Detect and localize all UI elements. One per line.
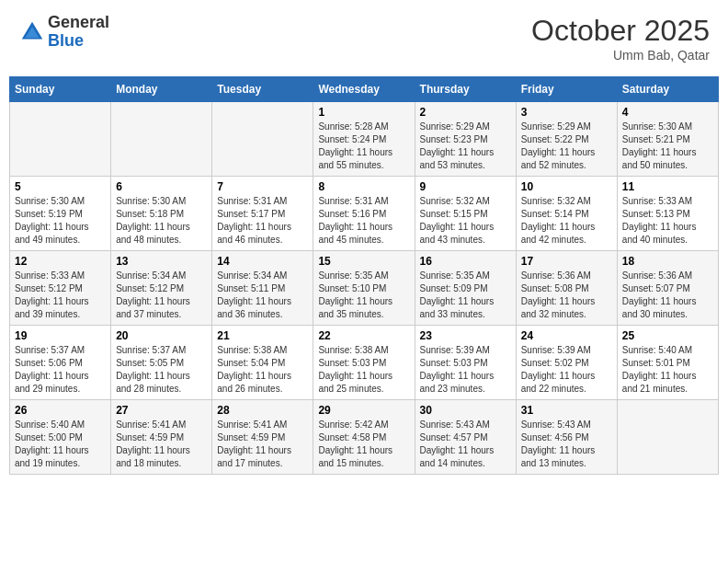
day-info: Sunrise: 5:34 AM Sunset: 5:11 PM Dayligh… xyxy=(217,270,308,321)
day-info: Sunrise: 5:41 AM Sunset: 4:59 PM Dayligh… xyxy=(217,419,308,470)
month-title: October 2025 xyxy=(531,14,710,48)
day-number: 5 xyxy=(15,180,106,193)
day-number: 23 xyxy=(420,329,511,342)
day-number: 4 xyxy=(622,106,713,119)
day-number: 15 xyxy=(318,255,409,268)
calendar-day-cell: 11Sunrise: 5:33 AM Sunset: 5:13 PM Dayli… xyxy=(617,177,718,251)
calendar-table: SundayMondayTuesdayWednesdayThursdayFrid… xyxy=(9,76,719,475)
day-number: 22 xyxy=(318,329,409,342)
calendar-day-cell: 25Sunrise: 5:40 AM Sunset: 5:01 PM Dayli… xyxy=(617,326,718,400)
calendar-day-cell: 31Sunrise: 5:43 AM Sunset: 4:56 PM Dayli… xyxy=(516,400,617,475)
calendar-day-cell: 30Sunrise: 5:43 AM Sunset: 4:57 PM Dayli… xyxy=(415,400,516,475)
day-number: 11 xyxy=(622,180,713,193)
day-number: 18 xyxy=(622,255,713,268)
calendar-week-row: 5Sunrise: 5:30 AM Sunset: 5:19 PM Daylig… xyxy=(10,177,719,251)
calendar-day-cell: 21Sunrise: 5:38 AM Sunset: 5:04 PM Dayli… xyxy=(212,326,313,400)
day-info: Sunrise: 5:38 AM Sunset: 5:04 PM Dayligh… xyxy=(217,344,308,396)
logo-general: General xyxy=(48,13,109,31)
day-info: Sunrise: 5:34 AM Sunset: 5:12 PM Dayligh… xyxy=(116,270,207,321)
calendar-day-cell: 19Sunrise: 5:37 AM Sunset: 5:06 PM Dayli… xyxy=(10,326,111,400)
day-number: 8 xyxy=(318,180,409,193)
weekday-header: Sunday xyxy=(10,77,111,102)
day-info: Sunrise: 5:30 AM Sunset: 5:21 PM Dayligh… xyxy=(622,121,713,172)
logo-blue: Blue xyxy=(48,31,84,50)
day-info: Sunrise: 5:36 AM Sunset: 5:07 PM Dayligh… xyxy=(622,270,713,321)
location-subtitle: Umm Bab, Qatar xyxy=(531,48,710,63)
day-info: Sunrise: 5:43 AM Sunset: 4:57 PM Dayligh… xyxy=(420,419,511,470)
day-info: Sunrise: 5:31 AM Sunset: 5:16 PM Dayligh… xyxy=(318,195,409,247)
day-number: 25 xyxy=(622,329,713,342)
day-number: 1 xyxy=(318,106,409,119)
calendar-header: SundayMondayTuesdayWednesdayThursdayFrid… xyxy=(10,77,719,102)
calendar-day-cell: 6Sunrise: 5:30 AM Sunset: 5:18 PM Daylig… xyxy=(111,177,212,251)
day-number: 20 xyxy=(116,329,207,342)
calendar-day-cell: 28Sunrise: 5:41 AM Sunset: 4:59 PM Dayli… xyxy=(212,400,313,475)
day-info: Sunrise: 5:29 AM Sunset: 5:23 PM Dayligh… xyxy=(420,121,511,172)
calendar-day-cell: 8Sunrise: 5:31 AM Sunset: 5:16 PM Daylig… xyxy=(313,177,415,251)
day-info: Sunrise: 5:31 AM Sunset: 5:17 PM Dayligh… xyxy=(217,195,308,247)
day-number: 31 xyxy=(521,404,612,417)
day-info: Sunrise: 5:32 AM Sunset: 5:14 PM Dayligh… xyxy=(521,195,612,247)
day-number: 27 xyxy=(116,404,207,417)
calendar-day-cell: 3Sunrise: 5:29 AM Sunset: 5:22 PM Daylig… xyxy=(516,102,617,177)
calendar-day-cell: 22Sunrise: 5:38 AM Sunset: 5:03 PM Dayli… xyxy=(313,326,415,400)
calendar-week-row: 12Sunrise: 5:33 AM Sunset: 5:12 PM Dayli… xyxy=(10,251,719,326)
day-info: Sunrise: 5:40 AM Sunset: 5:00 PM Dayligh… xyxy=(15,419,106,470)
calendar-day-cell: 2Sunrise: 5:29 AM Sunset: 5:23 PM Daylig… xyxy=(415,102,516,177)
day-info: Sunrise: 5:33 AM Sunset: 5:13 PM Dayligh… xyxy=(622,195,713,247)
calendar-day-cell xyxy=(10,102,111,177)
calendar-day-cell: 15Sunrise: 5:35 AM Sunset: 5:10 PM Dayli… xyxy=(313,251,415,326)
calendar-week-row: 19Sunrise: 5:37 AM Sunset: 5:06 PM Dayli… xyxy=(10,326,719,400)
day-info: Sunrise: 5:38 AM Sunset: 5:03 PM Dayligh… xyxy=(318,344,409,396)
day-number: 7 xyxy=(217,180,308,193)
calendar-day-cell: 17Sunrise: 5:36 AM Sunset: 5:08 PM Dayli… xyxy=(516,251,617,326)
day-number: 13 xyxy=(116,255,207,268)
day-number: 17 xyxy=(521,255,612,268)
day-info: Sunrise: 5:32 AM Sunset: 5:15 PM Dayligh… xyxy=(420,195,511,247)
calendar-day-cell: 24Sunrise: 5:39 AM Sunset: 5:02 PM Dayli… xyxy=(516,326,617,400)
day-info: Sunrise: 5:29 AM Sunset: 5:22 PM Dayligh… xyxy=(521,121,612,172)
day-info: Sunrise: 5:37 AM Sunset: 5:06 PM Dayligh… xyxy=(15,344,106,396)
weekday-header: Wednesday xyxy=(313,77,415,102)
calendar-day-cell: 18Sunrise: 5:36 AM Sunset: 5:07 PM Dayli… xyxy=(617,251,718,326)
calendar-day-cell: 10Sunrise: 5:32 AM Sunset: 5:14 PM Dayli… xyxy=(516,177,617,251)
calendar-day-cell: 27Sunrise: 5:41 AM Sunset: 4:59 PM Dayli… xyxy=(111,400,212,475)
logo-icon xyxy=(18,18,46,46)
calendar-day-cell: 14Sunrise: 5:34 AM Sunset: 5:11 PM Dayli… xyxy=(212,251,313,326)
day-number: 24 xyxy=(521,329,612,342)
calendar-day-cell xyxy=(617,400,718,475)
day-number: 2 xyxy=(420,106,511,119)
day-number: 12 xyxy=(15,255,106,268)
calendar-day-cell: 13Sunrise: 5:34 AM Sunset: 5:12 PM Dayli… xyxy=(111,251,212,326)
weekday-header: Tuesday xyxy=(212,77,313,102)
day-info: Sunrise: 5:33 AM Sunset: 5:12 PM Dayligh… xyxy=(15,270,106,321)
day-number: 29 xyxy=(318,404,409,417)
day-info: Sunrise: 5:36 AM Sunset: 5:08 PM Dayligh… xyxy=(521,270,612,321)
weekday-header: Friday xyxy=(516,77,617,102)
calendar-day-cell xyxy=(212,102,313,177)
day-number: 16 xyxy=(420,255,511,268)
day-info: Sunrise: 5:35 AM Sunset: 5:09 PM Dayligh… xyxy=(420,270,511,321)
day-info: Sunrise: 5:35 AM Sunset: 5:10 PM Dayligh… xyxy=(318,270,409,321)
day-number: 19 xyxy=(15,329,106,342)
calendar-day-cell: 5Sunrise: 5:30 AM Sunset: 5:19 PM Daylig… xyxy=(10,177,111,251)
calendar-day-cell: 1Sunrise: 5:28 AM Sunset: 5:24 PM Daylig… xyxy=(313,102,415,177)
day-number: 30 xyxy=(420,404,511,417)
day-info: Sunrise: 5:30 AM Sunset: 5:18 PM Dayligh… xyxy=(116,195,207,247)
calendar-day-cell: 16Sunrise: 5:35 AM Sunset: 5:09 PM Dayli… xyxy=(415,251,516,326)
calendar-day-cell xyxy=(111,102,212,177)
calendar-day-cell: 29Sunrise: 5:42 AM Sunset: 4:58 PM Dayli… xyxy=(313,400,415,475)
day-info: Sunrise: 5:41 AM Sunset: 4:59 PM Dayligh… xyxy=(116,419,207,470)
day-number: 28 xyxy=(217,404,308,417)
day-number: 9 xyxy=(420,180,511,193)
day-number: 26 xyxy=(15,404,106,417)
day-info: Sunrise: 5:42 AM Sunset: 4:58 PM Dayligh… xyxy=(318,419,409,470)
day-number: 21 xyxy=(217,329,308,342)
calendar-body: 1Sunrise: 5:28 AM Sunset: 5:24 PM Daylig… xyxy=(10,102,719,475)
day-info: Sunrise: 5:39 AM Sunset: 5:02 PM Dayligh… xyxy=(521,344,612,396)
day-number: 6 xyxy=(116,180,207,193)
calendar-day-cell: 9Sunrise: 5:32 AM Sunset: 5:15 PM Daylig… xyxy=(415,177,516,251)
calendar-day-cell: 7Sunrise: 5:31 AM Sunset: 5:17 PM Daylig… xyxy=(212,177,313,251)
title-block: October 2025 Umm Bab, Qatar xyxy=(531,14,710,63)
calendar-week-row: 1Sunrise: 5:28 AM Sunset: 5:24 PM Daylig… xyxy=(10,102,719,177)
